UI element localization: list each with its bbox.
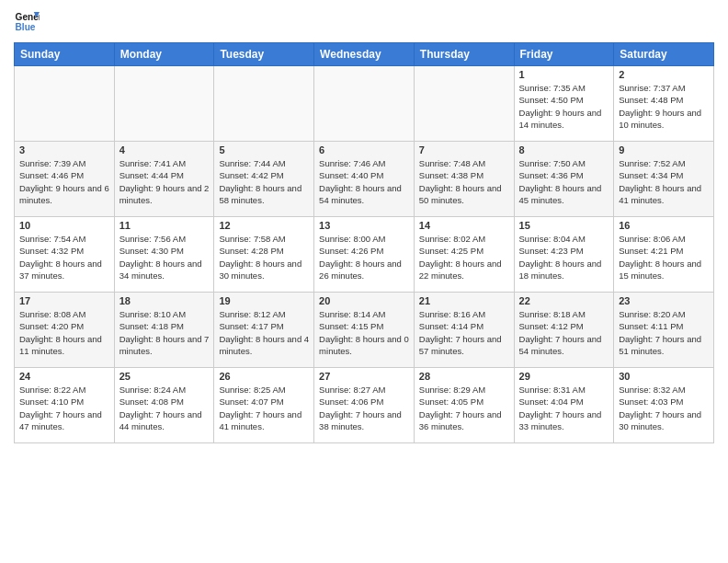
day-info: Sunrise: 8:27 AM Sunset: 4:06 PM Dayligh… <box>319 384 409 432</box>
day-number: 9 <box>619 144 709 155</box>
day-number: 13 <box>319 220 409 231</box>
calendar-week-5: 24Sunrise: 8:22 AM Sunset: 4:10 PM Dayli… <box>15 368 714 443</box>
day-number: 1 <box>519 69 609 80</box>
day-number: 24 <box>19 371 109 382</box>
weekday-header-wednesday: Wednesday <box>314 43 415 66</box>
weekday-header-monday: Monday <box>114 43 214 66</box>
day-number: 15 <box>519 220 609 231</box>
day-number: 11 <box>119 220 210 231</box>
calendar-cell: 2Sunrise: 7:37 AM Sunset: 4:48 PM Daylig… <box>614 66 714 142</box>
day-info: Sunrise: 8:20 AM Sunset: 4:11 PM Dayligh… <box>619 308 709 357</box>
calendar-cell: 22Sunrise: 8:18 AM Sunset: 4:12 PM Dayli… <box>514 293 614 368</box>
day-info: Sunrise: 7:58 AM Sunset: 4:28 PM Dayligh… <box>219 233 309 282</box>
calendar-cell: 24Sunrise: 8:22 AM Sunset: 4:10 PM Dayli… <box>15 368 115 443</box>
calendar-cell: 7Sunrise: 7:48 AM Sunset: 4:38 PM Daylig… <box>414 142 514 217</box>
day-number: 14 <box>419 220 509 231</box>
day-info: Sunrise: 8:10 AM Sunset: 4:18 PM Dayligh… <box>119 308 210 357</box>
weekday-header-saturday: Saturday <box>614 43 714 66</box>
calendar-cell: 11Sunrise: 7:56 AM Sunset: 4:30 PM Dayli… <box>114 217 214 293</box>
day-number: 16 <box>619 220 709 231</box>
calendar-cell: 26Sunrise: 8:25 AM Sunset: 4:07 PM Dayli… <box>214 368 314 443</box>
day-info: Sunrise: 7:46 AM Sunset: 4:40 PM Dayligh… <box>319 157 409 206</box>
day-info: Sunrise: 8:29 AM Sunset: 4:05 PM Dayligh… <box>419 384 509 432</box>
day-number: 2 <box>619 69 709 80</box>
day-number: 29 <box>519 371 609 382</box>
day-info: Sunrise: 8:04 AM Sunset: 4:23 PM Dayligh… <box>519 233 609 282</box>
day-info: Sunrise: 7:54 AM Sunset: 4:32 PM Dayligh… <box>19 233 109 282</box>
calendar-cell: 12Sunrise: 7:58 AM Sunset: 4:28 PM Dayli… <box>214 217 314 293</box>
day-number: 23 <box>619 295 709 306</box>
day-number: 17 <box>19 295 109 306</box>
day-number: 5 <box>219 144 309 155</box>
day-info: Sunrise: 8:25 AM Sunset: 4:07 PM Dayligh… <box>219 384 309 432</box>
calendar-week-4: 17Sunrise: 8:08 AM Sunset: 4:20 PM Dayli… <box>15 293 714 368</box>
calendar-cell: 1Sunrise: 7:35 AM Sunset: 4:50 PM Daylig… <box>514 66 614 142</box>
day-number: 21 <box>419 295 509 306</box>
day-info: Sunrise: 7:35 AM Sunset: 4:50 PM Dayligh… <box>519 82 609 131</box>
day-info: Sunrise: 7:39 AM Sunset: 4:46 PM Dayligh… <box>19 157 109 206</box>
day-number: 26 <box>219 371 309 382</box>
calendar-cell: 18Sunrise: 8:10 AM Sunset: 4:18 PM Dayli… <box>114 293 214 368</box>
day-info: Sunrise: 8:18 AM Sunset: 4:12 PM Dayligh… <box>519 308 609 357</box>
weekday-header-thursday: Thursday <box>414 43 514 66</box>
calendar-cell <box>414 66 514 142</box>
logo-icon: General Blue <box>14 9 40 35</box>
calendar-cell: 9Sunrise: 7:52 AM Sunset: 4:34 PM Daylig… <box>614 142 714 217</box>
calendar-cell <box>15 66 115 142</box>
page-header: General Blue <box>14 9 714 35</box>
calendar-cell <box>114 66 214 142</box>
day-info: Sunrise: 7:48 AM Sunset: 4:38 PM Dayligh… <box>419 157 509 206</box>
calendar-cell: 20Sunrise: 8:14 AM Sunset: 4:15 PM Dayli… <box>314 293 415 368</box>
svg-text:Blue: Blue <box>16 22 36 32</box>
calendar-cell: 28Sunrise: 8:29 AM Sunset: 4:05 PM Dayli… <box>414 368 514 443</box>
day-number: 4 <box>119 144 210 155</box>
day-info: Sunrise: 8:06 AM Sunset: 4:21 PM Dayligh… <box>619 233 709 282</box>
calendar-cell: 21Sunrise: 8:16 AM Sunset: 4:14 PM Dayli… <box>414 293 514 368</box>
day-number: 10 <box>19 220 109 231</box>
calendar-cell: 19Sunrise: 8:12 AM Sunset: 4:17 PM Dayli… <box>214 293 314 368</box>
day-info: Sunrise: 7:52 AM Sunset: 4:34 PM Dayligh… <box>619 157 709 206</box>
day-number: 30 <box>619 371 709 382</box>
day-info: Sunrise: 7:50 AM Sunset: 4:36 PM Dayligh… <box>519 157 609 206</box>
calendar-cell: 6Sunrise: 7:46 AM Sunset: 4:40 PM Daylig… <box>314 142 415 217</box>
calendar-cell: 23Sunrise: 8:20 AM Sunset: 4:11 PM Dayli… <box>614 293 714 368</box>
calendar-cell: 30Sunrise: 8:32 AM Sunset: 4:03 PM Dayli… <box>614 368 714 443</box>
day-number: 6 <box>319 144 409 155</box>
weekday-header-tuesday: Tuesday <box>214 43 314 66</box>
day-info: Sunrise: 8:12 AM Sunset: 4:17 PM Dayligh… <box>219 308 309 357</box>
day-info: Sunrise: 7:37 AM Sunset: 4:48 PM Dayligh… <box>619 82 709 131</box>
calendar-cell <box>214 66 314 142</box>
calendar-cell: 27Sunrise: 8:27 AM Sunset: 4:06 PM Dayli… <box>314 368 415 443</box>
day-info: Sunrise: 8:24 AM Sunset: 4:08 PM Dayligh… <box>119 384 210 432</box>
day-number: 20 <box>319 295 409 306</box>
calendar-cell: 4Sunrise: 7:41 AM Sunset: 4:44 PM Daylig… <box>114 142 214 217</box>
logo: General Blue <box>14 9 43 35</box>
weekday-header-row: SundayMondayTuesdayWednesdayThursdayFrid… <box>15 43 714 66</box>
calendar-cell: 10Sunrise: 7:54 AM Sunset: 4:32 PM Dayli… <box>15 217 115 293</box>
day-info: Sunrise: 7:56 AM Sunset: 4:30 PM Dayligh… <box>119 233 210 282</box>
page-container: General Blue SundayMondayTuesdayWednesda… <box>0 0 728 563</box>
day-number: 7 <box>419 144 509 155</box>
calendar-cell: 8Sunrise: 7:50 AM Sunset: 4:36 PM Daylig… <box>514 142 614 217</box>
day-number: 25 <box>119 371 210 382</box>
calendar-cell: 3Sunrise: 7:39 AM Sunset: 4:46 PM Daylig… <box>15 142 115 217</box>
calendar-week-3: 10Sunrise: 7:54 AM Sunset: 4:32 PM Dayli… <box>15 217 714 293</box>
calendar-cell: 13Sunrise: 8:00 AM Sunset: 4:26 PM Dayli… <box>314 217 415 293</box>
day-info: Sunrise: 8:02 AM Sunset: 4:25 PM Dayligh… <box>419 233 509 282</box>
day-info: Sunrise: 7:41 AM Sunset: 4:44 PM Dayligh… <box>119 157 210 206</box>
day-number: 27 <box>319 371 409 382</box>
calendar-cell <box>314 66 415 142</box>
day-number: 8 <box>519 144 609 155</box>
day-info: Sunrise: 8:22 AM Sunset: 4:10 PM Dayligh… <box>19 384 109 432</box>
weekday-header-sunday: Sunday <box>15 43 115 66</box>
day-number: 22 <box>519 295 609 306</box>
weekday-header-friday: Friday <box>514 43 614 66</box>
calendar-cell: 16Sunrise: 8:06 AM Sunset: 4:21 PM Dayli… <box>614 217 714 293</box>
day-info: Sunrise: 8:32 AM Sunset: 4:03 PM Dayligh… <box>619 384 709 432</box>
day-info: Sunrise: 7:44 AM Sunset: 4:42 PM Dayligh… <box>219 157 309 206</box>
day-number: 12 <box>219 220 309 231</box>
day-info: Sunrise: 8:31 AM Sunset: 4:04 PM Dayligh… <box>519 384 609 432</box>
calendar-cell: 29Sunrise: 8:31 AM Sunset: 4:04 PM Dayli… <box>514 368 614 443</box>
day-number: 19 <box>219 295 309 306</box>
calendar-cell: 14Sunrise: 8:02 AM Sunset: 4:25 PM Dayli… <box>414 217 514 293</box>
